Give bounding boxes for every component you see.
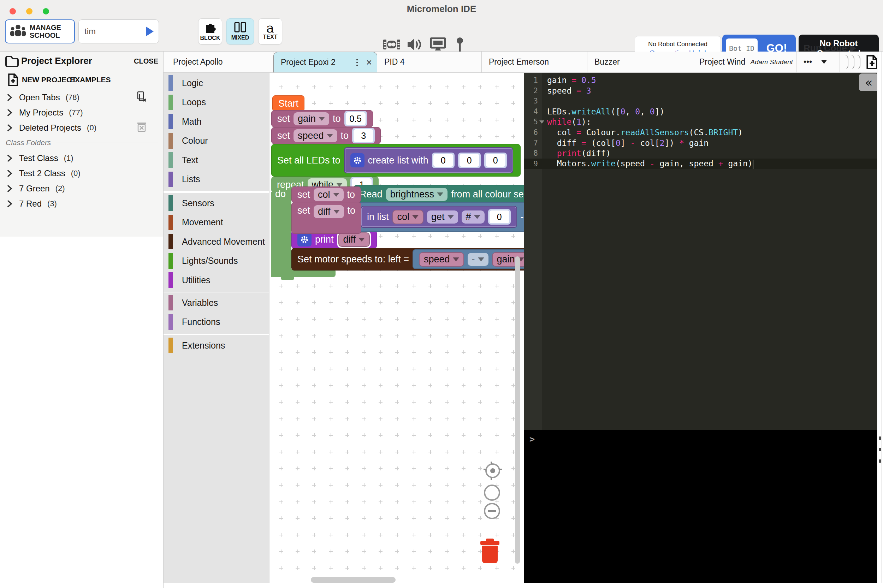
console-terminal[interactable]: > xyxy=(524,430,877,583)
operator-dropdown[interactable]: - xyxy=(468,253,489,266)
robot-controller-icon[interactable] xyxy=(383,38,400,51)
gear-icon[interactable] xyxy=(297,232,312,246)
toolbox-category-functions[interactable]: Functions xyxy=(163,312,269,332)
variable-dropdown-col[interactable]: col xyxy=(313,188,344,201)
block-math-subtract[interactable]: speed - gain xyxy=(412,249,524,269)
zoom-out-button[interactable] xyxy=(484,503,500,519)
tab--[interactable]: ••• xyxy=(796,51,840,72)
workspace-vertical-scrollbar[interactable] xyxy=(515,256,520,564)
variable-dropdown-speed[interactable]: speed xyxy=(294,129,337,142)
block-set-diff[interactable]: set diff to xyxy=(291,202,361,234)
value-slot[interactable]: 0 xyxy=(432,153,454,168)
code-line-1[interactable]: 1gain = 0.5 xyxy=(524,75,877,86)
block-set-col[interactable]: set col to xyxy=(291,186,361,203)
close-tabs-icon[interactable] xyxy=(136,91,147,104)
recenter-button[interactable] xyxy=(485,464,500,478)
zoom-in-button[interactable] xyxy=(484,484,500,501)
code-line-2[interactable]: 2speed = 3 xyxy=(524,86,877,96)
variable-dropdown-col[interactable]: col xyxy=(393,210,424,224)
block-set-gain[interactable]: set gain to 0.5 xyxy=(271,110,373,127)
variable-dropdown-speed[interactable]: speed xyxy=(419,252,464,267)
toolbox-category-movement[interactable]: Movement xyxy=(163,213,269,232)
tab-close-icon[interactable]: × xyxy=(366,57,377,68)
sidebar-folder-test-class[interactable]: Test Class(1) xyxy=(0,151,169,165)
block-in-list-get[interactable]: in list col get # 0 xyxy=(361,206,517,228)
toolbox-category-extensions[interactable]: Extensions xyxy=(163,336,269,355)
tab-buzzer[interactable]: Buzzer xyxy=(588,51,692,72)
toolbox-category-loops[interactable]: Loops xyxy=(163,93,269,112)
code-line-7[interactable]: 7 diff = (col[0] - col[2]) * gain xyxy=(524,138,877,148)
variable-dropdown-gain[interactable]: gain xyxy=(294,112,329,125)
list-op-dropdown[interactable]: get xyxy=(427,210,458,224)
pin-light-icon[interactable] xyxy=(456,38,463,53)
value-slot[interactable]: 0.5 xyxy=(344,111,367,126)
block-set-all-leds[interactable]: Set all LEDs to create list with 0 0 0 xyxy=(271,144,521,177)
new-project-button[interactable]: NEW PROJECT xyxy=(8,74,76,86)
sidebar-folder-test-2-class[interactable]: Test 2 Class(0) xyxy=(0,166,169,180)
tab-menu-icon[interactable] xyxy=(354,57,360,68)
sidebar-examples-button[interactable]: EXAMPLES xyxy=(70,76,111,84)
code-editor[interactable]: 1gain = 0.52speed = 334LEDs.writeAll([0,… xyxy=(524,73,877,430)
mode-button-block[interactable]: BLOCK xyxy=(198,18,222,45)
loop-arm[interactable] xyxy=(271,192,291,277)
sidebar-item-deleted-projects[interactable]: Deleted Projects(0) xyxy=(0,121,169,135)
block-set-motor-speeds[interactable]: Set motor speeds to: left = speed - gain… xyxy=(291,248,524,270)
sidebar-folder-7-green[interactable]: 7 Green(2) xyxy=(0,182,169,196)
run-project-icon[interactable] xyxy=(146,27,154,36)
value-slot[interactable]: 0 xyxy=(488,209,511,225)
tab-project-wind[interactable]: Project WindAdam Student xyxy=(692,51,796,72)
code-line-9[interactable]: 9 Motors.write(speed - gain, speed + gai… xyxy=(524,159,877,169)
blockly-workspace[interactable]: Start set gain to 0.5 set speed to 3 Set… xyxy=(270,73,524,583)
trash-can[interactable] xyxy=(480,538,499,563)
toolbox-category-utilities[interactable]: Utilities xyxy=(163,270,269,290)
sidebar-item-my-projects[interactable]: My Projects(77) xyxy=(0,106,169,120)
number-field[interactable]: 3 xyxy=(354,129,373,142)
project-name-box[interactable] xyxy=(78,20,159,44)
toolbox-category-lights-sounds[interactable]: Lights/Sounds xyxy=(163,252,269,271)
toolbox-category-colour[interactable]: Colour xyxy=(163,131,269,151)
block-start[interactable]: Start xyxy=(272,95,304,112)
toolbox-category-text[interactable]: Text xyxy=(163,150,269,170)
toolbox-category-advanced-movement[interactable]: Advanced Movement xyxy=(163,232,269,252)
close-panel-button[interactable]: CLOSE xyxy=(134,57,158,65)
toolbox-category-variables[interactable]: Variables xyxy=(163,293,269,312)
value-slot[interactable]: 0 xyxy=(458,153,481,168)
new-tab-button[interactable] xyxy=(866,55,878,70)
fold-caret-icon[interactable] xyxy=(539,120,544,124)
mode-button-mixed[interactable]: MIXED xyxy=(226,18,254,45)
sensor-mode-dropdown[interactable]: brightness xyxy=(386,188,448,201)
variable-dropdown-diff[interactable]: diff xyxy=(338,232,370,247)
code-line-4[interactable]: 4LEDs.writeAll([0, 0, 0]) xyxy=(524,106,877,117)
empty-trash-icon[interactable] xyxy=(136,122,147,134)
speaker-icon[interactable] xyxy=(407,38,422,51)
variable-dropdown-diff[interactable]: diff xyxy=(313,205,344,218)
project-name-input[interactable] xyxy=(84,26,146,37)
toolbox-category-lists[interactable]: Lists xyxy=(163,170,269,189)
block-math-subtract[interactable]: in list col get # 0 - xyxy=(354,202,524,232)
code-line-6[interactable]: 6 col = Colour.readAllSensors(CS.BRIGHT) xyxy=(524,127,877,138)
tab-project-epoxi-2[interactable]: Project Epoxi 2× xyxy=(273,52,377,72)
code-line-8[interactable]: 8 print(diff) xyxy=(524,148,877,159)
tab-pid-4[interactable]: PID 4 xyxy=(377,51,482,72)
code-line-3[interactable]: 3 xyxy=(524,96,877,106)
number-field[interactable]: 0.5 xyxy=(346,112,366,125)
index-mode-dropdown[interactable]: # xyxy=(462,210,484,224)
block-create-list[interactable]: create list with 0 0 0 xyxy=(344,147,513,173)
value-slot[interactable]: 3 xyxy=(352,128,375,143)
toolbox-category-sensors[interactable]: Sensors xyxy=(163,194,269,213)
block-set-speed[interactable]: set speed to 3 xyxy=(271,127,381,144)
workspace-horizontal-scrollbar[interactable] xyxy=(311,577,396,583)
tab-project-apollo[interactable]: Project Apollo xyxy=(166,51,273,72)
number-field[interactable]: 0 xyxy=(486,154,505,167)
toolbox-category-logic[interactable]: Logic xyxy=(163,74,269,93)
number-field[interactable]: 0 xyxy=(433,154,453,167)
number-field[interactable]: 0 xyxy=(460,154,479,167)
monitor-icon[interactable] xyxy=(430,38,446,51)
value-slot[interactable]: 0 xyxy=(484,153,507,168)
tab-project-emerson[interactable]: Project Emerson xyxy=(482,51,588,72)
collapse-editor-button[interactable]: « xyxy=(859,74,879,91)
mode-button-text[interactable]: a TEXT xyxy=(258,18,282,45)
block-read-colour-sensors[interactable]: Read brightness from all colour sensors xyxy=(354,185,524,203)
sidebar-item-open-tabs[interactable]: Open Tabs(78) xyxy=(0,90,169,105)
gear-icon[interactable] xyxy=(350,153,364,167)
